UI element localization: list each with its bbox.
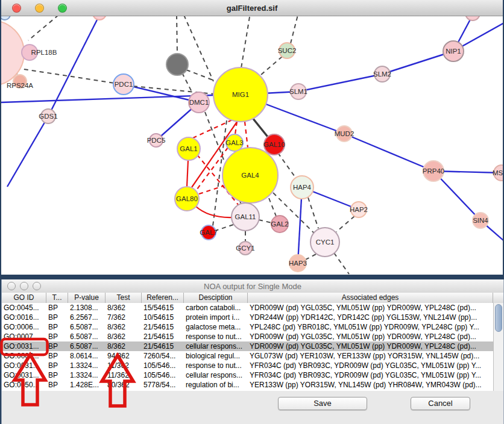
table-row[interactable]: GO:0007...BP6.5087...8/36221/54615respon… [2,332,493,341]
graph-node-label: GCY1 [236,245,254,252]
graph-edge[interactable] [308,198,318,228]
table-cell: GO:0031... [2,370,46,380]
noa-window-titlebar[interactable]: NOA output for Single Mode [2,279,503,293]
table-cell: GO:0065... [2,351,46,361]
graph-node-label: SLM2 [373,70,391,78]
graph-node-label: GDS1 [39,113,57,120]
table-cell: galactose meta... [184,322,248,332]
graph-edge[interactable] [382,51,453,74]
table-cell: response to nut... [184,332,248,341]
table-cell: 7260/54... [142,351,184,361]
graph-edge[interactable] [334,253,349,274]
graph-node-label: SUC2 [278,47,297,54]
table-cell: YFR034C (pd) YBR093C, YDR009W (pd) YGL03… [248,361,493,370]
graph-node-label: GAL2 [271,220,288,228]
table-cell: BP [46,303,68,313]
column-header[interactable]: Associated edges [248,293,493,303]
graph-edge[interactable] [241,17,250,68]
graph-edge[interactable] [336,216,354,232]
table-cell: 11/362 [106,361,142,370]
table-header[interactable]: GO IDT...P-valueTestReferen...Desciption… [2,293,503,304]
graph-node-label: DMC1 [189,99,209,106]
table-cell: 8/362 [106,322,142,332]
table-cell: response to nut... [184,361,248,370]
table-cell: BP [46,341,68,351]
table-row[interactable]: GO:0016...BP6.2567...7/36210/54615protei… [2,313,493,322]
graph-node-label: GAL7 [200,229,217,236]
table-cell: GO:0006... [2,322,46,332]
graph-node-label: MUD2 [335,130,354,137]
table-cell: 6.2567... [68,313,106,322]
graph-edge[interactable] [195,206,232,217]
table-row[interactable]: GO:0031...BP1.3324...11/362105/546...res… [2,361,493,370]
table-cell: 94/362 [106,351,142,361]
graph-edge[interactable] [124,84,199,102]
save-button[interactable]: Save [278,397,367,410]
table-cell: 80/362 [106,380,142,390]
graph-node-label: GAL3 [225,139,243,146]
graph-edge[interactable] [261,57,282,75]
table-cell: 105/546... [142,361,184,370]
table-cell: 21/54615 [142,322,184,332]
table-cell: GO:0031... [2,361,46,370]
table-cell: YPL248C (pd) YBR018C, YML051W (pp) YDR00… [248,322,493,332]
table-row[interactable]: GO:0065...BP8.0614...94/3627260/54...bio… [2,351,493,361]
table-cell: 5778/54... [142,380,184,390]
graph-edge[interactable] [184,15,213,81]
table-cell: cellular respons... [184,341,248,351]
table-cell: YDR244W (pp) YDR142C, YDR142C (pp) YGL15… [248,313,493,322]
table-row[interactable]: GO:0006...BP6.5087...8/36221/54615galact… [2,322,493,332]
table-cell: GO:0045... [2,303,46,313]
graph-edge[interactable] [344,134,433,171]
table-cell: 1.428E... [68,380,106,390]
graph-edge[interactable] [306,254,316,260]
table-body: GO:0045...BP2.1308...8/36215/54615carbon… [2,303,493,391]
table-cell: BP [46,380,68,390]
graph-edge[interactable] [269,198,276,216]
table-cell: 8.0614... [68,351,106,361]
graph-node-gray-node[interactable] [166,54,188,75]
column-header[interactable]: Referen... [142,293,184,303]
graph-edge[interactable] [187,160,188,187]
table-row[interactable]: GO:0050...BP1.428E...80/3625778/54...reg… [2,380,493,390]
table-cell: 1.3324... [68,361,106,370]
column-header[interactable]: Test [106,293,142,303]
table-cell: 8/362 [106,341,142,351]
graph-edge[interactable] [298,74,382,92]
graph-node-label: SLM1 [289,88,307,95]
table-cell: 8/362 [106,303,142,313]
table-cell: carbon cataboli... [184,303,248,313]
network-canvas[interactable]: RPL18BRPS24AGDS1PDC1DMC1MIG1SUC2SLM1SLM2… [1,0,503,275]
graph-edge[interactable] [199,186,225,194]
graph-edge[interactable] [215,225,233,231]
column-header[interactable]: GO ID [2,293,46,303]
table-cell: 15/54615 [142,303,184,313]
graph-node-label: MSL5 [493,169,503,176]
table-cell: 2.1308... [68,303,106,313]
graph-node-label: GAL10 [263,141,285,148]
graph-edge[interactable] [291,15,298,43]
table-row[interactable]: GO:0031...BP6.5087...8/36221/54615cellul… [2,341,493,351]
table-cell: YGL073W (pd) YER103W, YER133W (pp) YOR31… [248,351,493,361]
column-header[interactable]: T... [46,293,68,303]
table-row[interactable]: GO:0031...BP1.3324...11/362105/546...cel… [2,370,493,380]
graph-node-label: GAL4 [241,172,259,179]
graph-edge[interactable] [245,122,248,148]
table-cell: 21/54615 [142,332,184,341]
cancel-button[interactable]: Cancel [411,397,470,410]
table-cell: YER133W (pp) YOR315W, YNL145W (pd) YHR08… [248,380,493,390]
graph-window-titlebar[interactable]: galFiltered.sif [1,0,503,16]
vertical-scrollbar[interactable] [493,303,503,391]
graph-edge[interactable] [278,153,296,178]
graph-edge[interactable] [28,15,58,40]
graph-edge[interactable] [259,220,272,223]
column-header[interactable]: Desciption [184,293,248,303]
table-row[interactable]: GO:0045...BP2.1308...8/36215/54615carbon… [2,303,493,313]
graph-edge[interactable] [7,116,48,187]
graph-node-label: MIG1 [232,91,249,98]
graph-window-title: galFiltered.sif [1,4,503,13]
graph-edge[interactable] [177,15,177,54]
table-cell: GO:0016... [2,313,46,322]
scrollbar-thumb[interactable] [495,304,502,332]
column-header[interactable]: P-value [68,293,106,303]
